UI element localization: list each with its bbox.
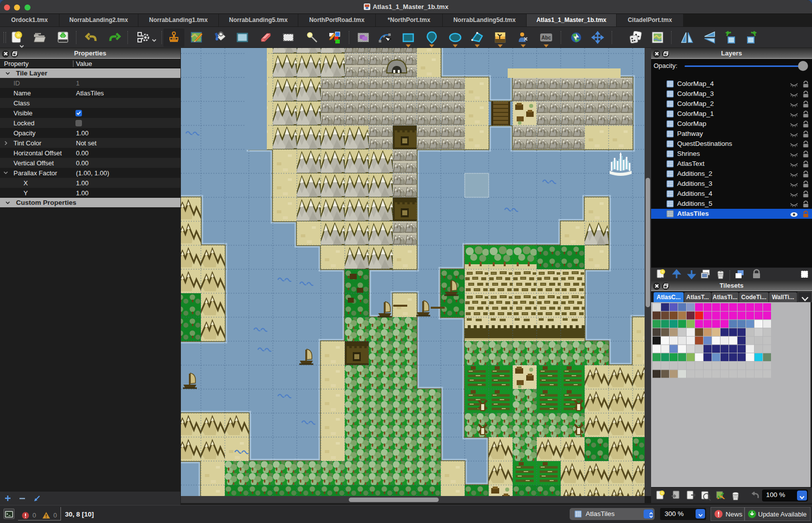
- svg-text:Abc: Abc: [542, 35, 551, 40]
